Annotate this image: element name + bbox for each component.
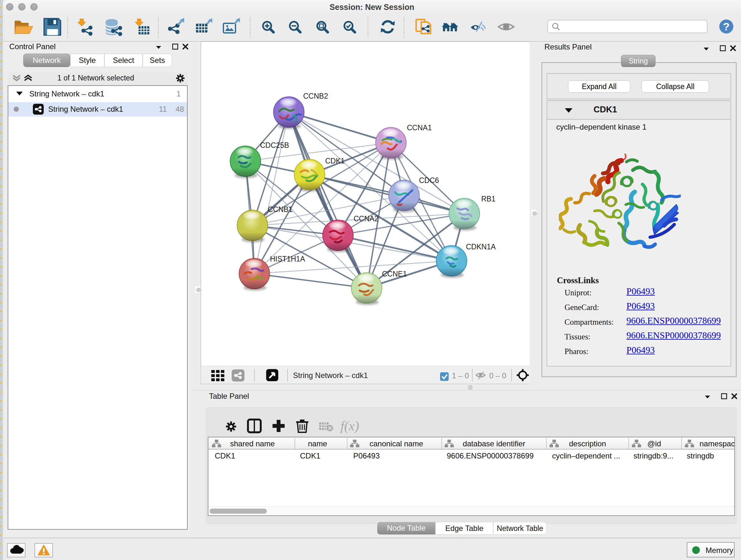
svg-text:9606.ENSP00000378699: 9606.ENSP00000378699 [447,451,534,460]
svg-text:HIST1H1A: HIST1H1A [270,255,306,263]
svg-text:CDKN1A: CDKN1A [466,243,496,251]
svg-text:CDC6: CDC6 [419,176,439,185]
svg-text:cyclin–dependent ...: cyclin–dependent ... [552,451,620,460]
svg-text:namespace: namespace [699,439,734,448]
svg-text:?: ? [723,20,730,33]
svg-text:CDK1: CDK1 [215,451,235,460]
svg-text:database identifier: database identifier [463,439,525,448]
svg-text:0 – 0: 0 – 0 [489,371,506,380]
svg-text:f(x): f(x) [340,419,359,434]
svg-text:@id: @id [647,439,661,448]
svg-text:CCNE1: CCNE1 [382,270,407,278]
svg-text:CCNB2: CCNB2 [303,92,328,100]
svg-text:CDK1: CDK1 [300,451,320,460]
svg-text:stringdb:9...: stringdb:9... [633,451,673,460]
svg-text:description: description [569,439,606,448]
svg-text:name: name [308,439,327,448]
svg-text:CCNA1: CCNA1 [407,124,432,132]
svg-text:CDC25B: CDC25B [260,141,289,149]
svg-text:1 – 0: 1 – 0 [452,371,469,380]
svg-text:CDK1: CDK1 [325,157,345,165]
svg-text:CCNB1: CCNB1 [268,205,293,213]
svg-text:P06493: P06493 [353,451,380,460]
svg-text:canonical name: canonical name [369,439,423,448]
svg-text:RB1: RB1 [481,195,495,203]
svg-text:CCNA2: CCNA2 [354,214,379,223]
svg-text:shared name: shared name [230,439,275,448]
svg-text:stringdb: stringdb [687,451,714,460]
svg-text:String Network – cdk1: String Network – cdk1 [293,371,368,380]
